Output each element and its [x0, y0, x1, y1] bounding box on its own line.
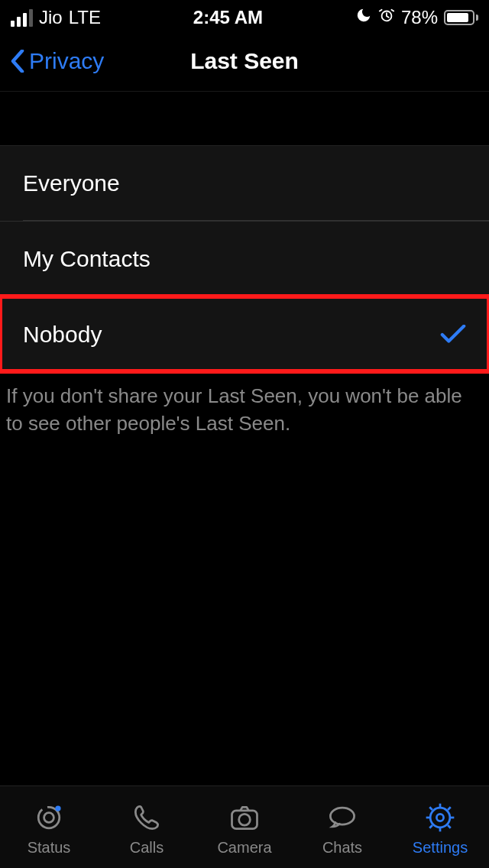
tab-label: Chats	[322, 839, 362, 857]
svg-point-3	[55, 805, 60, 811]
carrier-label: Jio	[39, 7, 63, 28]
tab-label: Camera	[217, 839, 271, 857]
tab-status[interactable]: Status	[0, 801, 98, 857]
svg-line-13	[429, 807, 432, 810]
svg-point-7	[430, 808, 450, 828]
camera-icon	[225, 801, 264, 834]
gear-icon	[420, 801, 460, 834]
cellular-signal-icon	[11, 9, 33, 27]
tab-settings[interactable]: Settings	[391, 801, 489, 857]
option-everyone[interactable]: Everyone	[0, 145, 489, 220]
tab-label: Status	[28, 839, 71, 857]
footer-help-text: If you don't share your Last Seen, you w…	[0, 371, 489, 438]
svg-point-2	[44, 813, 54, 823]
status-time: 2:45 AM	[193, 7, 263, 28]
navigation-bar: Privacy Last Seen	[0, 31, 489, 92]
chats-icon	[322, 801, 362, 834]
check-icon	[440, 325, 466, 345]
option-label: Nobody	[23, 322, 102, 348]
option-my-contacts[interactable]: My Contacts	[0, 221, 489, 296]
svg-point-5	[239, 814, 251, 825]
option-nobody[interactable]: Nobody	[0, 296, 489, 371]
status-bar: Jio LTE 2:45 AM 78%	[0, 0, 489, 31]
alarm-icon	[378, 7, 395, 28]
tab-camera[interactable]: Camera	[196, 801, 293, 857]
chevron-left-icon	[11, 50, 24, 73]
status-icon	[29, 801, 69, 834]
option-label: Everyone	[23, 170, 120, 196]
option-label: My Contacts	[23, 246, 151, 272]
last-seen-options-list: Everyone My Contacts Nobody	[0, 145, 489, 371]
svg-point-6	[330, 808, 354, 824]
tab-label: Calls	[130, 839, 164, 857]
tab-calls[interactable]: Calls	[98, 801, 196, 857]
back-label: Privacy	[29, 48, 104, 74]
svg-line-15	[429, 825, 432, 828]
svg-line-16	[448, 807, 451, 810]
back-button[interactable]: Privacy	[11, 48, 104, 74]
tab-label: Settings	[413, 839, 468, 857]
battery-icon	[444, 10, 478, 25]
svg-point-8	[436, 814, 443, 821]
tab-bar: Status Calls Camera Chats Settings	[0, 785, 489, 868]
tab-chats[interactable]: Chats	[293, 801, 391, 857]
svg-line-14	[448, 825, 451, 828]
do-not-disturb-icon	[355, 7, 372, 28]
network-label: LTE	[69, 7, 101, 28]
battery-pct: 78%	[401, 7, 438, 28]
page-title: Last Seen	[190, 48, 299, 74]
phone-icon	[127, 801, 167, 834]
